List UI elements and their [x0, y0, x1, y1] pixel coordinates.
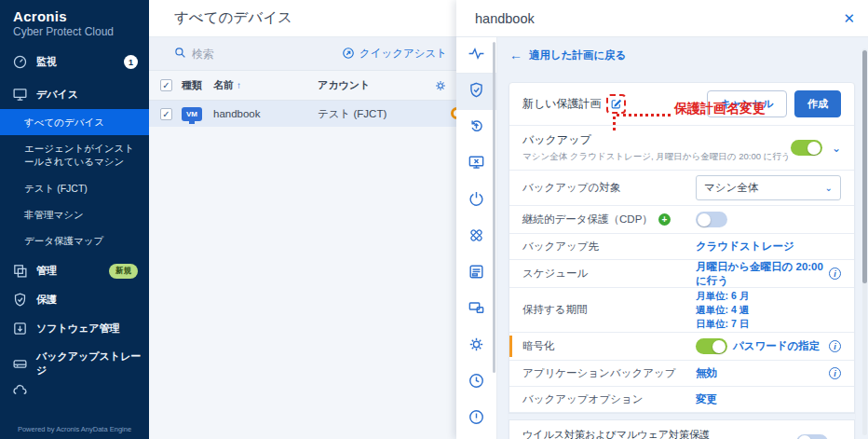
- sidebar-item-backup-storage[interactable]: バックアップストレージ: [0, 343, 149, 384]
- info-icon[interactable]: i: [829, 268, 841, 280]
- tab-settings[interactable]: [456, 328, 496, 364]
- device-name-cell[interactable]: handbook: [213, 108, 318, 119]
- sidebar-item-partial[interactable]: [0, 384, 149, 397]
- devices-submenu: すべてのデバイス エージェントがインストールされているマシン テスト (FJCT…: [0, 109, 149, 254]
- patch-icon: [468, 226, 485, 248]
- backup-target-select[interactable]: マシン全体 ⌄: [696, 175, 841, 200]
- devices-section: すべてのデバイス クイックアシスト ✓ 種類: [149, 0, 456, 439]
- schedule-row: スケジュール 月曜日から金曜日の 20:00 に行う i: [509, 260, 854, 288]
- search-box[interactable]: [174, 47, 342, 62]
- table-settings-gear-icon[interactable]: [434, 79, 447, 92]
- antimalware-label: ウイルス対策およびマルウェア対策保護: [522, 428, 796, 439]
- column-name[interactable]: 名前 ↑: [213, 78, 318, 92]
- sidebar-item-label: ソフトウェア管理: [36, 322, 120, 336]
- select-all-checkbox[interactable]: ✓: [160, 79, 172, 91]
- sidebar-item-protection[interactable]: 保護: [0, 285, 149, 314]
- backup-destination-label: バックアップ先: [522, 240, 696, 254]
- new-badge: 新規: [109, 264, 138, 279]
- encryption-toggle[interactable]: [696, 338, 727, 354]
- tab-power[interactable]: [456, 183, 496, 219]
- shield-check-icon: [468, 81, 485, 103]
- backup-options-label: バックアップオプション: [522, 392, 696, 406]
- retention-label: 保持する期間: [522, 303, 696, 317]
- backup-target-row: バックアップの対象 マシン全体 ⌄: [509, 171, 854, 206]
- sidebar-item-monitoring[interactable]: 監視 1: [0, 48, 149, 76]
- sidebar-item-label: 管理: [36, 264, 57, 278]
- backup-destination-value[interactable]: クラウドストレージ: [696, 240, 794, 254]
- device-row-handbook[interactable]: ✓ VM handbook テスト (FJCT): [149, 101, 456, 127]
- search-icon: [174, 47, 186, 62]
- antimalware-toggle[interactable]: [796, 434, 828, 439]
- storage-drive-icon: [12, 356, 28, 372]
- sidebar-item-agent-machines[interactable]: エージェントがインストールされているマシン: [0, 135, 149, 174]
- panel-header: handbook ✕: [456, 0, 868, 37]
- acronis-app: Acronis Cyber Protect Cloud 監視 1 デバイス すべ…: [0, 0, 868, 439]
- devices-header: すべてのデバイス: [149, 0, 456, 37]
- chevron-right-icon[interactable]: ›: [837, 435, 841, 439]
- retention-weekly: 週単位: 4 週: [696, 303, 749, 317]
- module-separator: [509, 413, 855, 420]
- edit-plan-name-icon[interactable]: [610, 98, 622, 110]
- tab-patch[interactable]: [456, 219, 496, 255]
- monitor-x-icon: [468, 154, 485, 175]
- backup-toggle[interactable]: [791, 140, 822, 156]
- info-icon[interactable]: i: [829, 367, 841, 379]
- panel-content: ← 適用した計画に戻る 新しい保護計画: [497, 37, 868, 439]
- info-icon[interactable]: i: [829, 340, 841, 352]
- sidebar-item-all-devices[interactable]: すべてのデバイス: [0, 109, 149, 135]
- panel-tabstrip: [456, 37, 497, 439]
- sidebar-item-unmanaged[interactable]: 非管理マシン: [0, 201, 149, 227]
- sidebar-item-dp-map[interactable]: データ保護マップ: [0, 227, 149, 254]
- backup-module-row: バックアップ マシン全体 クラウドストレージ, 月曜日から金曜日の 20:00 …: [509, 126, 854, 171]
- column-account[interactable]: アカウント: [318, 78, 434, 92]
- tab-monitor-x[interactable]: [456, 146, 496, 183]
- annotation-dashed-box: [606, 94, 626, 114]
- encryption-label: 暗号化: [522, 339, 696, 353]
- sidebar-item-label: バックアップストレージ: [36, 350, 142, 377]
- sidebar-item-software[interactable]: ソフトウェア管理: [0, 314, 149, 343]
- back-to-plans-link[interactable]: ← 適用した計画に戻る: [509, 48, 868, 62]
- gauge-icon: [12, 54, 28, 70]
- column-type[interactable]: 種類: [172, 78, 213, 92]
- brand-logo: Acronis Cyber Protect Cloud: [0, 0, 149, 48]
- retention-value[interactable]: 月単位: 6 月 週単位: 4 週 日単位: 7 日: [696, 289, 749, 332]
- quick-assist-icon: [342, 47, 355, 62]
- backup-summary: マシン全体 クラウドストレージ, 月曜日から金曜日の 20:00 に行う: [522, 151, 791, 163]
- retention-daily: 日単位: 7 日: [696, 317, 749, 331]
- application-backup-value[interactable]: 無効: [696, 366, 717, 380]
- row-checkbox[interactable]: ✓: [160, 108, 172, 120]
- powered-by-text: Powered by Acronis AnyData Engine: [0, 425, 149, 433]
- chevron-down-icon[interactable]: ⌄: [832, 142, 841, 155]
- tab-report[interactable]: [456, 255, 496, 292]
- sidebar-item-devices[interactable]: デバイス: [0, 80, 149, 109]
- search-input[interactable]: [192, 48, 304, 61]
- device-account-cell: テスト (FJCT): [318, 107, 447, 121]
- tab-devices[interactable]: [456, 292, 496, 328]
- encryption-value[interactable]: パスワードの指定: [733, 339, 820, 353]
- device-type-cell: VM: [172, 107, 213, 121]
- cdp-toggle[interactable]: [696, 212, 727, 227]
- tabstrip-scrollbar[interactable]: [493, 42, 495, 373]
- vm-icon: VM: [182, 107, 202, 121]
- chevron-down-icon: ⌄: [825, 183, 833, 193]
- tab-alerts[interactable]: [456, 401, 496, 437]
- retention-monthly: 月単位: 6 月: [696, 289, 749, 303]
- schedule-label: スケジュール: [522, 267, 696, 281]
- annotation-dotted-line-vertical: [613, 117, 616, 130]
- schedule-value[interactable]: 月曜日から金曜日の 20:00 に行う: [696, 260, 829, 288]
- close-icon[interactable]: ✕: [843, 10, 855, 27]
- tab-protection[interactable]: [456, 74, 496, 110]
- backup-options-value[interactable]: 変更: [696, 392, 717, 406]
- sidebar-item-management[interactable]: 管理 新規: [0, 256, 149, 285]
- quick-assist-label: クイックアシスト: [359, 47, 447, 61]
- create-button[interactable]: 作成: [794, 90, 841, 117]
- tab-history[interactable]: [456, 364, 496, 401]
- monitor-icon: [12, 87, 28, 103]
- panel-scrollbar-thumb[interactable]: [862, 50, 867, 283]
- clock-icon: [468, 372, 485, 393]
- tab-recovery[interactable]: [456, 110, 496, 146]
- sidebar-item-test-fjct[interactable]: テスト (FJCT): [0, 175, 149, 201]
- application-backup-row: アプリケーションバックアップ 無効 i: [509, 361, 854, 387]
- quick-assist-button[interactable]: クイックアシスト: [342, 47, 447, 62]
- tab-activity[interactable]: [456, 37, 496, 74]
